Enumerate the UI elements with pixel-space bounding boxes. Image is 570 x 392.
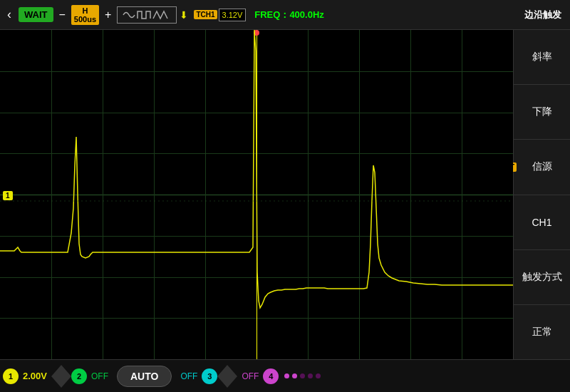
- dot-1: [284, 373, 289, 378]
- ch1-ch2-separator: [53, 365, 70, 388]
- wave-shape-selector[interactable]: [117, 6, 177, 24]
- ch1-block: 1 2.00V: [3, 368, 51, 384]
- dot-3: [300, 373, 305, 378]
- waveform-svg: [0, 30, 513, 359]
- back-button[interactable]: ‹: [3, 6, 16, 24]
- trigger-level-box: TCH1 3.12V: [194, 9, 246, 21]
- wait-status: WAIT: [19, 7, 53, 22]
- ch3-block: OFF 3: [176, 368, 217, 384]
- ch2-value[interactable]: OFF: [87, 371, 113, 381]
- ch3-number[interactable]: 3: [202, 368, 217, 384]
- dot-4: [308, 373, 313, 378]
- frequency-display: FREQ：400.0Hz: [254, 9, 324, 21]
- ch4-value: OFF: [237, 371, 263, 381]
- bottom-bar: 1 2.00V 2 OFF AUTO OFF 3 OFF 4: [0, 359, 570, 392]
- ch1-value[interactable]: 2.00V: [19, 371, 51, 381]
- top-bar: ‹ WAIT − H 500us + ⬇ TCH1 3.12V FREQ：400…: [0, 0, 570, 30]
- rp-slope[interactable]: 斜率: [514, 30, 570, 85]
- ch3-value[interactable]: OFF: [176, 371, 202, 381]
- right-panel: 斜率 下降 T 信源 CH1 触发方式 正常: [513, 30, 570, 359]
- ch3-ch4-separator: [219, 365, 236, 388]
- ch4-block: OFF 4: [237, 368, 279, 384]
- rp-normal[interactable]: 正常: [514, 305, 570, 359]
- ch4-number[interactable]: 4: [263, 368, 279, 384]
- ch2-number[interactable]: 2: [71, 368, 87, 384]
- dot-2: [292, 373, 297, 378]
- trigger-ch-label: TCH1: [194, 10, 217, 19]
- rp-falling[interactable]: 下降: [514, 85, 570, 140]
- auto-button[interactable]: AUTO: [117, 366, 172, 387]
- trigger-value: 3.12V: [219, 9, 247, 21]
- rp-trigger-mode[interactable]: 触发方式: [514, 250, 570, 305]
- rp-source[interactable]: T 信源: [514, 140, 570, 195]
- ch4-dots: [280, 373, 325, 378]
- ch1-number[interactable]: 1: [3, 368, 19, 384]
- ch2-block: 2 OFF: [71, 368, 113, 384]
- timebase-decrease-button[interactable]: −: [56, 9, 68, 21]
- timebase-label: H 500us: [71, 5, 99, 25]
- trigger-icon: ⬇: [180, 9, 188, 21]
- rp-ch1[interactable]: CH1: [514, 195, 570, 250]
- scope-area: 1: [0, 30, 513, 359]
- timebase-increase-button[interactable]: +: [102, 9, 114, 21]
- trigger-mode-label: 边沿触发: [524, 9, 567, 21]
- dot-5: [316, 373, 321, 378]
